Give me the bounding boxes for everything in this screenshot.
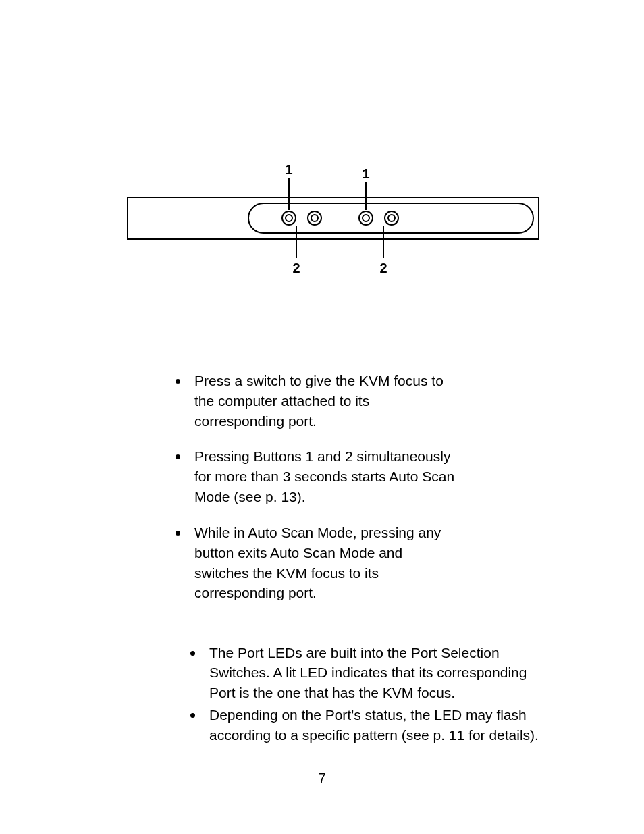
svg-point-5 — [363, 215, 369, 221]
diagram-label-top-right: 1 — [362, 166, 369, 181]
instruction-list-1: Press a switch to give the KVM focus to … — [157, 370, 548, 618]
diagram-label-bottom-left: 2 — [292, 261, 300, 276]
svg-point-7 — [388, 215, 395, 221]
port-led-1a — [282, 211, 296, 225]
list-item: Press a switch to give the KVM focus to … — [189, 370, 460, 431]
device-front-plate — [248, 203, 533, 233]
port-led-2a — [359, 211, 373, 225]
list-item: While in Auto Scan Mode, pressing any bu… — [189, 522, 460, 603]
port-led-1b — [308, 211, 321, 225]
svg-point-3 — [311, 215, 318, 221]
svg-point-2 — [308, 211, 321, 225]
svg-point-4 — [359, 211, 373, 225]
svg-point-0 — [282, 211, 296, 225]
list-item: The Port LEDs are built into the Port Se… — [204, 643, 548, 702]
device-diagram: 1 1 — [127, 158, 539, 286]
port-led-2b — [385, 211, 398, 225]
document-page: 1 1 — [0, 0, 644, 834]
svg-point-1 — [286, 215, 292, 221]
list-item: Depending on the Port's status, the LED … — [204, 705, 548, 745]
svg-point-6 — [385, 211, 398, 225]
list-item: Pressing Buttons 1 and 2 simultaneously … — [189, 446, 460, 506]
instruction-list-2: The Port LEDs are built into the Port Se… — [170, 643, 548, 748]
diagram-label-top-left: 1 — [285, 162, 292, 177]
page-number: 7 — [0, 770, 644, 786]
diagram-label-bottom-right: 2 — [379, 261, 387, 276]
